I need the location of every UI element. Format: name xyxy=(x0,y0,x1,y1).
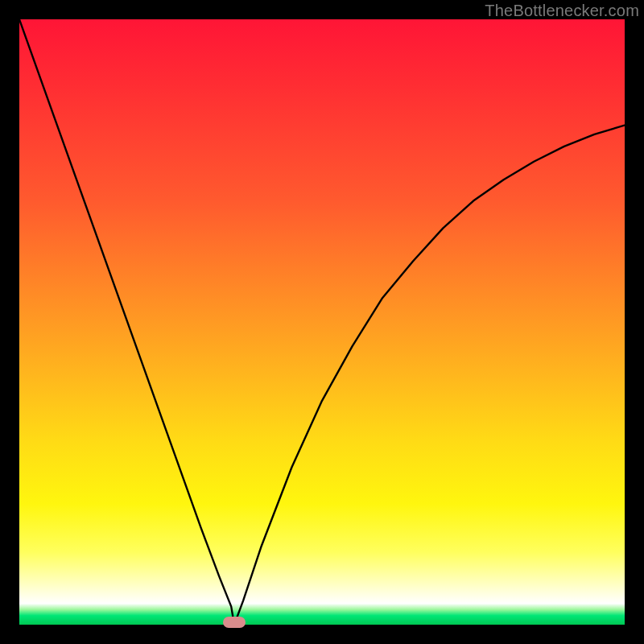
watermark-text: TheBottleneсker.com xyxy=(485,2,639,20)
min-marker-pill xyxy=(223,617,246,628)
chart-frame xyxy=(19,19,625,625)
chart-background-gradient xyxy=(19,19,625,625)
